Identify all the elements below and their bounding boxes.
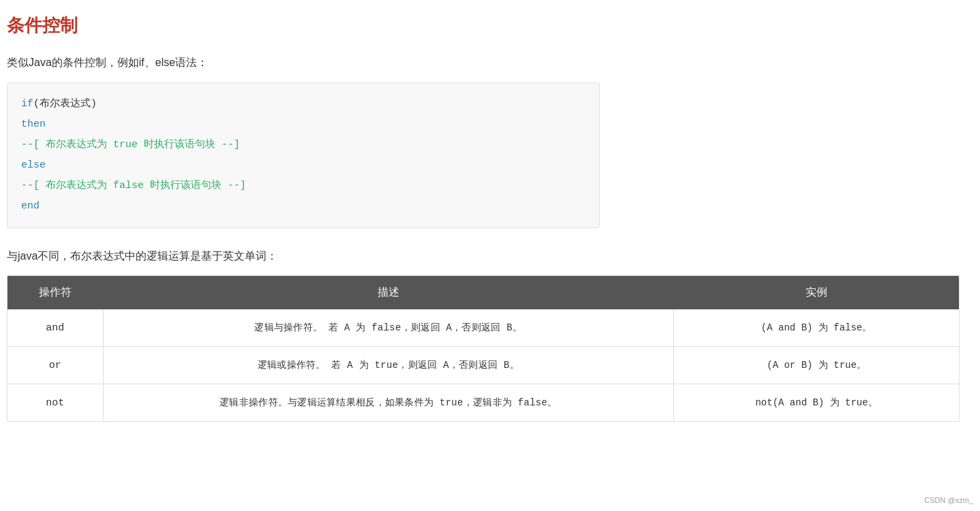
table-cell-operator: not [7, 384, 103, 422]
table-cell-description: 逻辑非操作符。与逻辑运算结果相反，如果条件为 true，逻辑非为 false。 [103, 384, 674, 422]
code-line-2: then [21, 114, 585, 135]
operator-table: 操作符 描述 实例 and逻辑与操作符。 若 A 为 false，则返回 A，否… [7, 276, 959, 421]
code-comment-true: --[ 布尔表达式为 true 时执行该语句块 --] [21, 139, 240, 151]
intro-text-2: 与java不同，布尔表达式中的逻辑运算是基于英文单词： [7, 247, 960, 265]
page-title: 条件控制 [7, 14, 960, 37]
code-comment-false: --[ 布尔表达式为 false 时执行该语句块 --] [21, 180, 246, 191]
code-line-5: --[ 布尔表达式为 false 时执行该语句块 --] [21, 176, 585, 196]
table-cell-description: 逻辑与操作符。 若 A 为 false，则返回 A，否则返回 B。 [103, 309, 674, 347]
code-block: if(布尔表达式) then --[ 布尔表达式为 true 时执行该语句块 -… [7, 82, 600, 228]
table-cell-operator: or [7, 347, 103, 384]
table-cell-example: (A or B) 为 true。 [674, 347, 959, 384]
code-keyword-end: end [21, 200, 40, 212]
csdn-watermark: CSDN @xzm_ [924, 496, 973, 504]
code-line-6: end [21, 196, 585, 217]
table-cell-description: 逻辑或操作符。 若 A 为 true，则返回 A，否则返回 B。 [103, 347, 674, 384]
table-header-example: 实例 [674, 276, 959, 309]
code-line1-rest: (布尔表达式) [33, 98, 97, 110]
code-keyword-else: else [21, 159, 46, 171]
code-line-3: --[ 布尔表达式为 true 时执行该语句块 --] [21, 135, 585, 155]
table-row: or逻辑或操作符。 若 A 为 true，则返回 A，否则返回 B。(A or … [7, 347, 959, 384]
code-line-4: else [21, 155, 585, 176]
intro-text-1: 类似Java的条件控制，例如if、else语法： [7, 54, 960, 72]
table-header-description: 描述 [103, 276, 674, 309]
code-line-1: if(布尔表达式) [21, 94, 585, 114]
table-row: and逻辑与操作符。 若 A 为 false，则返回 A，否则返回 B。(A a… [7, 309, 959, 347]
operator-table-wrapper: 操作符 描述 实例 and逻辑与操作符。 若 A 为 false，则返回 A，否… [7, 275, 960, 422]
table-header-operator: 操作符 [7, 276, 103, 309]
table-cell-example: not(A and B) 为 true。 [674, 384, 959, 422]
code-keyword-if: if [21, 98, 33, 110]
code-keyword-then: then [21, 119, 46, 130]
table-row: not逻辑非操作符。与逻辑运算结果相反，如果条件为 true，逻辑非为 fals… [7, 384, 959, 422]
table-cell-example: (A and B) 为 false。 [674, 309, 959, 347]
table-header-row: 操作符 描述 实例 [7, 276, 959, 309]
table-cell-operator: and [7, 309, 103, 347]
